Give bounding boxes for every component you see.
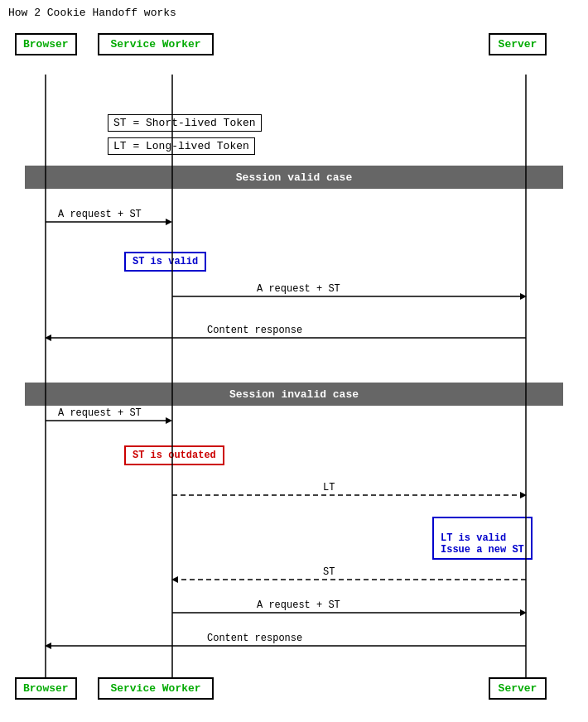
actor-server-top: Server bbox=[489, 33, 547, 55]
actor-server-bottom: Server bbox=[489, 677, 547, 700]
note-st-outdated: ST is outdated bbox=[124, 445, 224, 465]
svg-text:LT: LT bbox=[323, 482, 335, 493]
svg-marker-7 bbox=[520, 293, 527, 300]
svg-marker-16 bbox=[520, 492, 527, 498]
section-invalid: Session invalid case bbox=[25, 383, 563, 406]
actor-browser-bottom: Browser bbox=[15, 677, 77, 700]
svg-text:A request + ST: A request + ST bbox=[58, 209, 142, 220]
svg-marker-19 bbox=[171, 576, 178, 583]
note-lt-valid: LT is valid Issue a new ST bbox=[432, 517, 533, 560]
st-definition: ST = Short-lived Token bbox=[108, 114, 262, 132]
note-st-valid: ST is valid bbox=[124, 252, 206, 272]
svg-marker-25 bbox=[45, 643, 51, 649]
svg-text:ST: ST bbox=[323, 566, 335, 578]
svg-marker-4 bbox=[166, 219, 172, 225]
svg-text:A request + ST: A request + ST bbox=[257, 283, 340, 295]
svg-marker-22 bbox=[520, 609, 527, 616]
actor-browser-top: Browser bbox=[15, 33, 77, 55]
svg-marker-13 bbox=[166, 417, 172, 424]
svg-text:A request + ST: A request + ST bbox=[58, 407, 142, 419]
section-valid: Session valid case bbox=[25, 166, 563, 189]
diagram-title: How 2 Cookie Handoff works bbox=[8, 7, 176, 19]
lt-definition: LT = Long-lived Token bbox=[108, 137, 255, 155]
diagram-container: How 2 Cookie Handoff works Browser Servi… bbox=[0, 0, 588, 722]
svg-marker-10 bbox=[45, 335, 51, 341]
svg-text:A request + ST: A request + ST bbox=[257, 599, 340, 611]
svg-text:Content response: Content response bbox=[207, 633, 302, 644]
svg-text:Content response: Content response bbox=[207, 325, 302, 336]
arrows-svg: A request + ST A request + ST Content re… bbox=[0, 0, 588, 722]
actor-service-worker-bottom: Service Worker bbox=[98, 677, 214, 700]
actor-service-worker-top: Service Worker bbox=[98, 33, 214, 55]
